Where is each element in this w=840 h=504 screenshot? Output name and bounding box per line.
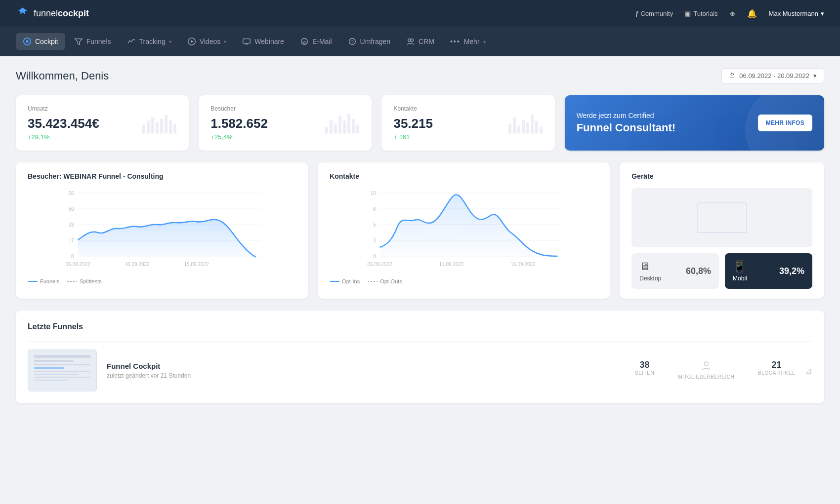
svg-rect-70 <box>34 374 79 375</box>
svg-rect-72 <box>34 380 69 381</box>
promo-main: Funnel Consultant! <box>577 121 675 134</box>
chart-visitors-title: Besucher: WEBINAR Funnel - Consulting <box>28 172 296 180</box>
svg-rect-65 <box>34 355 90 358</box>
last-funnels-title: Letzte Funnels <box>28 322 812 331</box>
svg-rect-15 <box>151 117 154 134</box>
svg-rect-16 <box>156 122 159 134</box>
funnel-stat-mitglieder: MITGLIEDERBEREICH <box>678 360 734 382</box>
community-link[interactable]: f Community <box>636 9 673 17</box>
seiten-label: SEITEN <box>635 370 654 376</box>
crm-icon <box>406 37 415 46</box>
svg-rect-22 <box>330 120 333 134</box>
svg-text:50: 50 <box>68 206 74 212</box>
devices-title: Geräte <box>631 172 812 180</box>
tutorials-link[interactable]: ▣ Tutorials <box>685 10 717 17</box>
chart-devices-card: Geräte 🖥 Desktop 60,8% <box>620 162 824 299</box>
legend-optouts-dot <box>368 281 378 282</box>
monitor-icon: ▣ <box>685 10 691 17</box>
stat-kontakte: Kontakte 35.215 + 161 <box>381 95 554 151</box>
svg-text:16.09.2022: 16.09.2022 <box>511 262 536 267</box>
globe-icon[interactable]: ⊕ <box>730 10 735 17</box>
brand-funnel: funnel <box>34 8 58 18</box>
nav-crm[interactable]: CRM <box>399 33 441 50</box>
nav-videos[interactable]: Videos ▾ <box>180 33 234 50</box>
promo-sub: Werde jetzt zum Certified <box>577 112 675 119</box>
navbar: Cockpit Funnels Tracking ▾ Videos ▾ Webi… <box>0 27 840 56</box>
svg-point-1 <box>26 40 28 42</box>
blog-value: 21 <box>758 360 795 370</box>
svg-rect-67 <box>34 364 90 365</box>
svg-rect-17 <box>160 119 163 134</box>
promo-button[interactable]: MEHR INFOS <box>758 115 812 131</box>
svg-rect-20 <box>173 124 176 134</box>
svg-text:66: 66 <box>68 191 74 196</box>
stats-row: Umsatz 35.423.454€ +29,1% Besucher 1.582 <box>16 95 824 151</box>
last-funnels-card: Letzte Funnels Funnel Cockpit zuletzt ge… <box>16 310 824 403</box>
charts-row: Besucher: WEBINAR Funnel - Consulting 66… <box>16 162 824 299</box>
date-range-picker[interactable]: ⏱ 06.09.2022 - 20.09.2022 ▾ <box>721 68 824 83</box>
device-placeholder-graphic <box>692 193 752 242</box>
facebook-icon: f <box>636 9 638 17</box>
legend-splittests-dot <box>67 281 77 282</box>
svg-point-12 <box>411 39 413 41</box>
desktop-pct: 60,8% <box>686 266 711 276</box>
funnel-thumbnail <box>28 349 97 391</box>
svg-text:15.09.2022: 15.09.2022 <box>184 262 209 267</box>
seiten-value: 38 <box>635 360 654 370</box>
svg-rect-28 <box>356 125 359 134</box>
svg-rect-29 <box>508 124 511 134</box>
nav-mehr[interactable]: ••• Mehr ▾ <box>443 34 493 49</box>
besucher-sparkline <box>324 110 364 136</box>
topbar-right: f Community ▣ Tutorials ⊕ 🔔 Max Musterma… <box>636 9 824 18</box>
kontakte-sparkline <box>507 110 547 136</box>
brand-cockpit: cockpit <box>58 8 89 18</box>
desktop-icon: 🖥 <box>639 260 661 273</box>
svg-rect-66 <box>34 360 74 362</box>
svg-text:10.09.2022: 10.09.2022 <box>125 262 150 267</box>
svg-marker-3 <box>191 40 193 42</box>
svg-point-73 <box>704 362 708 366</box>
mobile-pct: 39,2% <box>779 266 804 276</box>
svg-text:10: 10 <box>371 191 377 196</box>
videos-chevron-icon: ▾ <box>224 39 226 44</box>
contacts-legend: Opt-Ins Opt-Outs <box>330 278 598 284</box>
umsatz-sparkline <box>141 110 181 136</box>
welcome-heading: Willkommen, Denis <box>16 70 109 82</box>
svg-text:0: 0 <box>71 254 74 259</box>
bell-icon[interactable]: 🔔 <box>747 9 757 18</box>
logo[interactable]: funnelcockpit <box>16 6 89 20</box>
promo-card: Werde jetzt zum Certified Funnel Consult… <box>565 95 824 151</box>
svg-text:?: ? <box>351 39 354 44</box>
filter-icon[interactable]: ⊿ <box>805 365 812 376</box>
svg-point-11 <box>408 39 411 41</box>
mobile-info: 📱 Mobil <box>733 260 747 282</box>
videos-icon <box>187 37 196 46</box>
svg-rect-19 <box>169 120 172 134</box>
svg-rect-34 <box>531 115 534 134</box>
mobile-icon: 📱 <box>733 260 747 273</box>
funnel-info: Funnel Cockpit zuletzt geändert vor 21 S… <box>107 362 625 379</box>
nav-funnels[interactable]: Funnels <box>67 33 118 50</box>
webinare-icon <box>242 37 251 46</box>
mehr-dots-icon: ••• <box>450 38 461 45</box>
svg-text:@: @ <box>302 40 306 44</box>
svg-rect-31 <box>517 126 520 134</box>
svg-rect-69 <box>34 371 90 372</box>
user-menu[interactable]: Max Mustermann ▾ <box>769 10 824 17</box>
umfragen-icon: ? <box>348 37 357 46</box>
device-chart-placeholder <box>631 188 812 247</box>
nav-webinare[interactable]: Webinare <box>235 33 291 50</box>
mitglieder-icon <box>678 360 734 374</box>
nav-umfragen[interactable]: ? Umfragen <box>341 33 397 50</box>
svg-rect-23 <box>334 124 337 134</box>
svg-text:8: 8 <box>373 206 376 212</box>
funnel-name: Funnel Cockpit <box>107 362 625 370</box>
nav-email[interactable]: @ E-Mail <box>293 33 339 50</box>
svg-rect-71 <box>34 377 90 378</box>
nav-tracking[interactable]: Tracking ▾ <box>120 33 178 50</box>
svg-text:33: 33 <box>68 222 74 228</box>
blog-label: BLOGARTIKEL <box>758 370 795 376</box>
nav-cockpit[interactable]: Cockpit <box>16 33 65 50</box>
clock-icon: ⏱ <box>729 72 735 79</box>
chart-visitors-card: Besucher: WEBINAR Funnel - Consulting 66… <box>16 162 308 299</box>
